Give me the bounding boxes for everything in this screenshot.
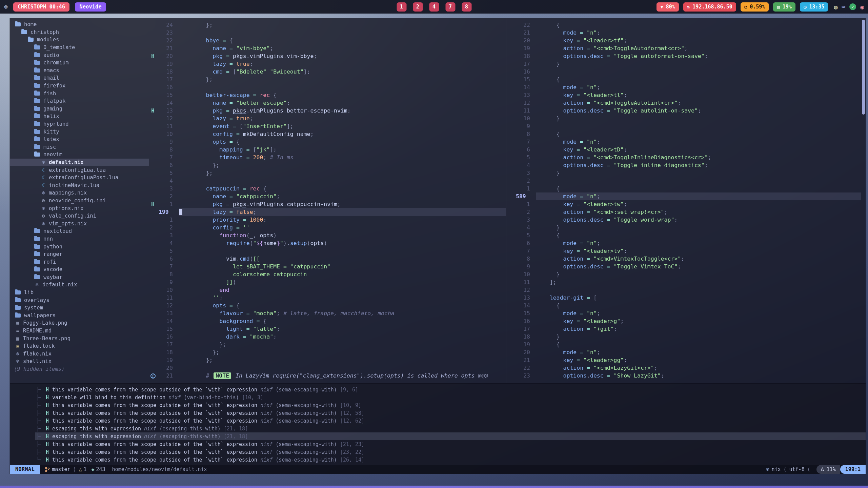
code-line[interactable]: 4 } — [506, 224, 861, 231]
code-line[interactable]: 10 } — [506, 115, 861, 122]
code-line[interactable]: 15 light = "latte"; — [149, 325, 506, 333]
code-line[interactable]: 11 ''; — [149, 294, 506, 302]
tree-item-README.md[interactable]: ≡README.md — [10, 327, 149, 335]
tree-item-nnn[interactable]: nnn — [10, 235, 149, 243]
diagnostic-row[interactable]: ├╴Hthis variable comes from the scope ou… — [35, 409, 866, 417]
code-line[interactable]: 5 { — [506, 231, 861, 239]
code-line[interactable]: 7 timeout = 200; # In ms — [149, 154, 506, 161]
tree-item-vim_opts.nix[interactable]: ❄vim_opts.nix — [10, 220, 149, 227]
workspace-button-1[interactable]: 1 — [397, 2, 406, 12]
code-line[interactable]: 16 — [506, 68, 861, 76]
code-line[interactable]: 2 — [506, 177, 861, 185]
code-line[interactable]: 6 mode = "n"; — [506, 239, 861, 247]
code-line[interactable]: 21 name = "vim-bbye"; — [149, 44, 506, 52]
workspace-button-2[interactable]: 2 — [413, 2, 423, 12]
code-line[interactable]: 7 key = "<leader>tv"; — [506, 247, 861, 255]
warning-count[interactable]: △ 1 — [79, 466, 86, 472]
tree-item-0_template[interactable]: 0_template — [10, 44, 149, 52]
network-badge[interactable]: ⇅192.168.86.50 — [683, 2, 736, 12]
diagnostic-row[interactable]: └╴Hthis variable comes from the scope ou… — [35, 456, 866, 464]
code-line[interactable]: 22 bbye = { — [149, 37, 506, 44]
tree-item-home[interactable]: home — [10, 21, 149, 28]
code-line[interactable]: 17 }; — [149, 76, 506, 83]
code-line[interactable]: 14 name = "better_escape"; — [149, 99, 506, 107]
code-line[interactable]: 18 } — [506, 333, 861, 341]
code-line[interactable]: 2 name = "catppuccin"; — [149, 192, 506, 200]
code-line[interactable]: 9 — [506, 122, 861, 130]
tree-item-ranger[interactable]: ranger — [10, 250, 149, 258]
code-line[interactable]: 14 { — [506, 302, 861, 309]
code-line[interactable]: 20 key = "<leader>tf"; — [506, 37, 861, 44]
tree-item-neovide_config.ini[interactable]: ⚙neovide_config.ini — [10, 197, 149, 205]
tree-item-Three-Bears.png[interactable]: ▦Three-Bears.png — [10, 334, 149, 342]
code-line[interactable]: 3 function(_, opts) — [149, 231, 506, 239]
code-line[interactable]: 16 key = "<leader>g"; — [506, 317, 861, 325]
code-line[interactable]: 11 event = ["InsertEnter"]; — [149, 122, 506, 130]
code-line[interactable]: 15 mode = "n"; — [506, 309, 861, 317]
code-line[interactable]: 12 lazy = true; — [149, 115, 506, 122]
code-line[interactable]: 22 action = "<cmd>LazyGit<cr>"; — [506, 364, 861, 372]
code-line[interactable]: 12 action = "<cmd>ToggleAutoLint<cr>"; — [506, 99, 861, 107]
code-line[interactable]: H13 pkg = pkgs.vimPlugins.better-escape-… — [149, 107, 506, 115]
code-line[interactable]: 6 }; — [149, 161, 506, 169]
diagnostic-row[interactable]: ├╴Hthis variable comes from the scope ou… — [35, 417, 866, 425]
code-line[interactable]: 21 key = "<leader>gg"; — [506, 356, 861, 364]
checkmark-icon[interactable]: ✓ — [849, 3, 856, 10]
tree-item-mappings.nix[interactable]: ❄mappings.nix — [10, 189, 149, 197]
diagnostics-panel[interactable]: ├╴Hthis variable comes from the scope ou… — [10, 384, 866, 465]
diagnostic-row[interactable]: ├╴Hthis variable comes from the scope ou… — [35, 386, 866, 393]
code-line[interactable]: 5 — [149, 247, 506, 255]
code-line[interactable]: 12 — [506, 286, 861, 294]
code-line[interactable]: 18 cmd = ["Bdelete" "Bwipeout"]; — [149, 68, 506, 76]
code-line[interactable]: 7 mode = "n"; — [506, 138, 861, 146]
code-line[interactable]: 5 }; — [149, 169, 506, 177]
tree-item-gaming[interactable]: gaming — [10, 105, 149, 113]
tree-item-chromium[interactable]: chromium — [10, 59, 149, 67]
scrollbar-track[interactable] — [861, 18, 866, 383]
code-line[interactable]: 19 lazy = true; — [149, 60, 506, 68]
code-line[interactable]: H20 pkg = pkgs.vimPlugins.vim-bbye; — [149, 52, 506, 60]
diagnostic-row[interactable]: ├╴Hvariable will bind to this definition… — [35, 393, 866, 401]
code-line[interactable]: 1 key = "<leader>tw"; — [506, 200, 861, 208]
tree-item-nextcloud[interactable]: nextcloud — [10, 227, 149, 235]
code-line[interactable]: 3 } — [506, 169, 861, 177]
code-line[interactable]: 4 — [149, 177, 506, 185]
code-line[interactable]: 24 }; — [149, 21, 506, 29]
tree-item-flake.lock[interactable]: ▣flake.lock — [10, 342, 149, 350]
code-line[interactable]: 3 catppuccin = rec { — [149, 185, 506, 192]
code-line[interactable]: 15 better-escape = rec { — [149, 91, 506, 99]
code-line[interactable]: 20 — [149, 364, 506, 372]
code-line[interactable]: 1 { — [506, 185, 861, 192]
tree-item-email[interactable]: email — [10, 74, 149, 82]
tree-item-lib[interactable]: lib — [10, 289, 149, 297]
tree-item-modules[interactable]: modules — [10, 36, 149, 44]
distro-logo-icon[interactable]: ❄ — [4, 3, 8, 11]
tree-item-options.nix[interactable]: ❄options.nix — [10, 204, 149, 212]
code-line[interactable]: 16 — [149, 83, 506, 91]
code-line[interactable]: 14 background = { — [149, 317, 506, 325]
code-line[interactable]: 19 action = "<cmd>ToggleAutoformat<cr>"; — [506, 44, 861, 52]
code-line[interactable]: 9 options.desc = "Toggle Vimtex ToC"; — [506, 263, 861, 270]
keyboard-layout-icon[interactable]: ⌨ — [842, 3, 845, 11]
code-line[interactable]: 11 ]; — [506, 278, 861, 286]
code-line[interactable]: 22 { — [506, 21, 861, 29]
diagnostic-row[interactable]: ├╴Hthis variable comes from the scope ou… — [35, 440, 866, 448]
code-line[interactable]: 9 opts = { — [149, 138, 506, 146]
code-line[interactable]: 12 opts = { — [149, 302, 506, 309]
code-line[interactable]: H1 pkg = pkgs.vimPlugins.catppuccin-nvim… — [149, 200, 506, 208]
code-line[interactable]: 8 action = "<cmd>VimtexTocToggle<cr>"; — [506, 255, 861, 263]
idle-inhibitor-icon[interactable]: ◍ — [834, 3, 837, 11]
battery-badge[interactable]: ▼80% — [657, 2, 679, 12]
power-icon[interactable]: ◉ — [860, 3, 864, 11]
diagnostic-row[interactable]: ├╴Hthis variable comes from the scope ou… — [35, 448, 866, 456]
tree-item-neovim[interactable]: neovim — [10, 151, 149, 159]
tree-item-christoph[interactable]: christoph — [10, 28, 149, 36]
code-line[interactable]: 23 options.desc = "Show LazyGit"; — [506, 372, 861, 380]
workspace-button-8[interactable]: 8 — [462, 2, 471, 12]
code-line[interactable]: 1 priority = 1000; — [149, 216, 506, 224]
active-window-badge[interactable]: Neovide — [75, 2, 106, 12]
editor-pane-left[interactable]: 24 };2322 bbye = {21 name = "vim-bbye";H… — [149, 18, 506, 383]
code-line[interactable]: 13 key = "<leader>tl"; — [506, 91, 861, 99]
scrollbar-thumb[interactable] — [862, 20, 865, 115]
code-line[interactable]: 20 mode = "n"; — [506, 348, 861, 356]
